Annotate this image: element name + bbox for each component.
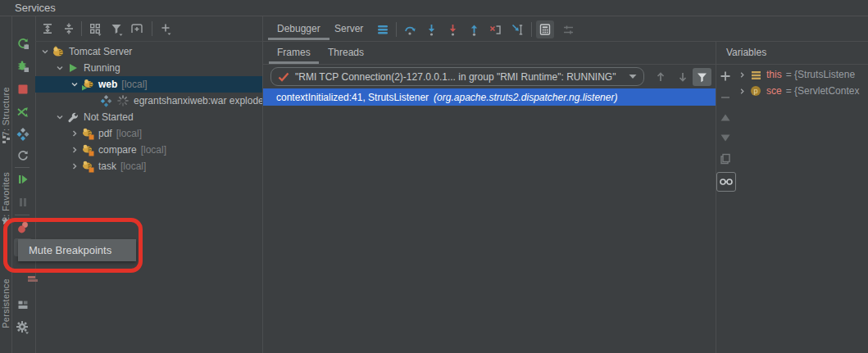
- tree-row-not-started[interactable]: Not Started: [35, 109, 262, 125]
- stop-icon[interactable]: [14, 80, 32, 98]
- show-execution-point-icon[interactable]: [374, 20, 392, 38]
- tree-row-label: compare: [98, 144, 137, 156]
- expand-all-icon[interactable]: [39, 20, 57, 38]
- tab-label: Debugger: [277, 23, 320, 34]
- tab-label: Threads: [328, 47, 364, 58]
- step-over-icon[interactable]: [401, 20, 419, 38]
- service-tree: Tomcat Server Running web [local] egrant…: [35, 42, 262, 353]
- run-to-cursor-icon[interactable]: [508, 20, 526, 38]
- collapse-all-icon[interactable]: [60, 20, 78, 38]
- tomcat-stopped-icon: [81, 127, 94, 140]
- thread-selector-value: "RMI TCP Connection(2)-127.0.0.1... in g…: [295, 71, 629, 83]
- evaluate-expression-icon[interactable]: [536, 20, 554, 38]
- tree-row-pdf[interactable]: pdf [local]: [35, 125, 262, 142]
- tree-row-label: Running: [84, 62, 120, 74]
- tree-row-task[interactable]: task [local]: [35, 158, 262, 174]
- chevron-down-icon[interactable]: [53, 61, 66, 75]
- frame-location: contextInitialized:41, StrutsListener: [276, 92, 429, 103]
- view-options-icon[interactable]: [559, 20, 577, 38]
- settings-gear-icon[interactable]: [14, 319, 32, 337]
- tab-debugger[interactable]: Debugger: [266, 16, 331, 41]
- structure-icon[interactable]: [2, 136, 10, 143]
- loading-spinner-icon: [116, 94, 130, 107]
- pause-program-icon[interactable]: [14, 193, 32, 211]
- next-frame-icon[interactable]: [674, 68, 692, 86]
- checkmark-icon: [278, 72, 289, 82]
- tab-threads[interactable]: Threads: [318, 42, 374, 64]
- thread-selector-dropdown[interactable]: "RMI TCP Connection(2)-127.0.0.1... in g…: [270, 67, 644, 86]
- show-watches-icon[interactable]: [716, 172, 736, 192]
- drop-frame-icon[interactable]: [486, 20, 504, 38]
- tree-row-compare[interactable]: compare [local]: [35, 142, 262, 158]
- resume-program-icon[interactable]: [14, 170, 32, 188]
- tab-label: Frames: [277, 47, 311, 58]
- add-watch-icon[interactable]: [716, 67, 734, 85]
- tree-row-label: pdf: [98, 128, 112, 139]
- deployment-icon[interactable]: [14, 125, 32, 143]
- variable-value: = {StrutsListene: [786, 69, 855, 80]
- move-up-icon[interactable]: [716, 108, 734, 126]
- tree-row-artifact[interactable]: egrantshanxiweb:war exploded: [35, 93, 262, 109]
- rerun-debug-icon[interactable]: [14, 57, 32, 75]
- step-out-icon[interactable]: [465, 20, 483, 38]
- chevron-right-icon[interactable]: [736, 68, 748, 81]
- tree-row-suffix: [local]: [120, 161, 146, 172]
- tool-window-bar: 7: Structure 2: Favorites Persistence: [0, 16, 12, 353]
- chevron-right-icon[interactable]: [68, 160, 81, 173]
- chevron-right-icon[interactable]: [68, 127, 81, 140]
- tree-row-suffix: [local]: [116, 128, 142, 139]
- toolbar-button-structure[interactable]: 7: Structure: [1, 87, 11, 136]
- tool-window-header: Services: [0, 0, 868, 16]
- breakpoint-hit-icon[interactable]: [28, 276, 41, 283]
- panel-divider[interactable]: [262, 16, 263, 353]
- tab-frames[interactable]: Frames: [267, 42, 320, 64]
- tree-toolbar: [35, 16, 262, 42]
- variable-row-sce[interactable]: p sce = {ServletContex: [736, 83, 868, 99]
- previous-frame-icon[interactable]: [652, 68, 670, 86]
- tomcat-stopped-icon: [81, 143, 94, 156]
- force-step-into-icon[interactable]: [443, 20, 461, 38]
- run-status-icon: [66, 61, 80, 75]
- svg-text:p: p: [753, 87, 757, 95]
- remove-watch-icon[interactable]: [716, 88, 734, 106]
- toolbar-button-favorites[interactable]: 2: Favorites: [1, 172, 11, 222]
- toolbar-separator: [152, 21, 152, 36]
- variable-value: = {ServletContex: [786, 85, 860, 97]
- update-application-icon[interactable]: [14, 103, 32, 121]
- chevron-down-icon[interactable]: [68, 78, 81, 91]
- tab-server[interactable]: Server: [324, 16, 374, 41]
- annotation-rectangle: [3, 218, 143, 273]
- restore-layout-icon[interactable]: [14, 296, 32, 314]
- move-down-icon[interactable]: [716, 129, 734, 147]
- chevron-right-icon[interactable]: [68, 143, 81, 156]
- step-into-icon[interactable]: [422, 20, 440, 38]
- tree-row-running[interactable]: Running: [35, 60, 262, 76]
- tree-row-suffix: [local]: [141, 144, 166, 156]
- tree-row-suffix: [local]: [121, 79, 147, 90]
- toolbar-button-persistence[interactable]: Persistence: [1, 278, 11, 328]
- duplicate-watch-icon[interactable]: [716, 150, 734, 168]
- toolbar-separator: [15, 167, 30, 168]
- filter-icon[interactable]: [107, 20, 125, 38]
- group-by-icon[interactable]: [86, 20, 104, 38]
- variable-row-this[interactable]: this = {StrutsListene: [736, 66, 868, 83]
- chevron-right-icon[interactable]: [736, 84, 748, 97]
- tree-row-tomcat-server[interactable]: Tomcat Server: [35, 43, 262, 60]
- tomcat-running-icon: [81, 78, 94, 91]
- chevron-down-icon[interactable]: [39, 45, 52, 58]
- chevron-down-icon[interactable]: [53, 111, 66, 124]
- toolbar-separator: [396, 22, 397, 37]
- stack-frame-row[interactable]: contextInitialized:41, StrutsListener (o…: [263, 88, 716, 106]
- wrench-icon: [66, 111, 80, 124]
- tab-label: Server: [334, 23, 363, 34]
- tree-row-web[interactable]: web [local]: [35, 76, 262, 93]
- add-service-icon[interactable]: [157, 20, 175, 38]
- rerun-server-icon[interactable]: [14, 34, 32, 52]
- run-toolbar: [11, 16, 36, 353]
- tree-row-label: egrantshanxiweb:war exploded: [134, 95, 262, 106]
- refresh-connection-icon[interactable]: [14, 147, 32, 165]
- hide-frames-filter-icon[interactable]: [693, 68, 711, 86]
- new-frame-icon[interactable]: [128, 20, 146, 38]
- tree-row-label: Tomcat Server: [69, 46, 132, 57]
- frame-package: (org.apache.struts2.dispatcher.ng.listen…: [434, 92, 617, 103]
